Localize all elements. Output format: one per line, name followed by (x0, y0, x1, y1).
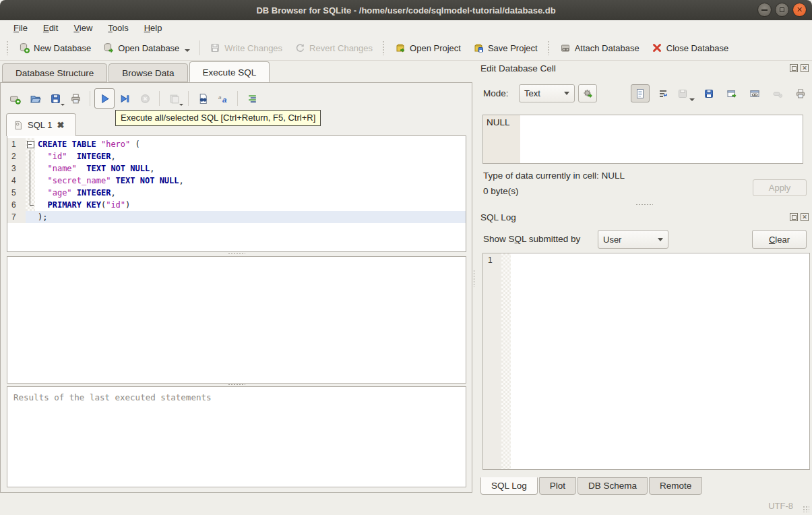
sql-log-view[interactable]: 1 (482, 253, 810, 470)
fold-marker-icon[interactable] (26, 138, 35, 150)
toolbar-drag-handle[interactable] (547, 40, 551, 55)
float-panel-icon[interactable] (790, 213, 798, 221)
minimize-icon[interactable] (757, 3, 772, 17)
edit-cell-title: Edit Database Cell (480, 63, 556, 73)
tab-db-schema[interactable]: DB Schema (577, 477, 648, 495)
save-results-icon (164, 88, 184, 109)
float-panel-icon[interactable] (790, 64, 798, 72)
set-null-icon (768, 84, 787, 102)
new-database-icon (19, 42, 30, 53)
open-database-dropdown-icon[interactable] (185, 49, 190, 52)
close-database-icon (652, 42, 662, 53)
tab-plot[interactable]: Plot (539, 477, 576, 495)
find-icon[interactable] (193, 88, 213, 109)
titlebar[interactable]: DB Browser for SQLite - /home/user/code/… (0, 0, 812, 20)
tab-sql-log[interactable]: SQL Log (480, 477, 538, 495)
sql-toolbar-separator (188, 91, 189, 106)
sql-editor[interactable]: 1CREATE TABLE "hero" (2 "id" INTEGER,3 "… (7, 135, 466, 252)
sql-log-content[interactable] (511, 253, 809, 469)
execute-sql-panel: aa SQL 1 ✖ Execute all/selected SQL [Ctr… (0, 82, 472, 493)
cell-value-area[interactable] (520, 115, 803, 163)
clear-log-button[interactable]: Clear (752, 230, 807, 249)
close-database-button[interactable]: Close Database (646, 39, 735, 57)
code-text: CREATE TABLE "hero" ( (35, 138, 466, 150)
execute-current-line-icon[interactable] (115, 88, 135, 109)
line-number: 7 (7, 211, 26, 223)
close-sql-tab-icon[interactable]: ✖ (57, 120, 64, 130)
toolbar-drag-handle[interactable] (382, 40, 385, 55)
open-project-label: Open Project (410, 43, 461, 53)
save-project-button[interactable]: Save Project (467, 39, 544, 57)
revert-changes-icon (294, 42, 305, 53)
format-sql-icon[interactable]: aa (213, 88, 233, 109)
open-database-label: Open Database (118, 43, 179, 53)
export-data-icon[interactable] (699, 84, 718, 102)
chevron-down-icon (564, 92, 569, 95)
results-message-pane[interactable]: Results of the last executed statements (7, 386, 466, 487)
tab-browse-data[interactable]: Browse Data (108, 63, 187, 82)
open-database-button[interactable]: Open Database (97, 39, 196, 57)
line-number: 5 (7, 187, 26, 199)
save-project-label: Save Project (488, 43, 538, 53)
fold-margin (26, 211, 35, 223)
code-line[interactable]: 2 "id" INTEGER, (7, 150, 466, 162)
attach-database-button[interactable]: Attach Database (554, 39, 646, 57)
resize-grip-icon[interactable] (803, 506, 809, 512)
print-icon[interactable] (65, 88, 86, 109)
cell-value-editor[interactable]: NULL (482, 115, 803, 164)
open-sql-file-icon[interactable] (25, 88, 45, 109)
auto-indent-icon[interactable] (242, 88, 262, 109)
code-line[interactable]: 1CREATE TABLE "hero" ( (7, 138, 466, 150)
import-dropdown-icon (689, 98, 695, 101)
code-line[interactable]: 5 "age" INTEGER, (7, 187, 466, 199)
sql-toolbar-separator (237, 91, 238, 106)
text-mode-icon[interactable] (631, 84, 650, 102)
new-sql-tab-icon[interactable] (5, 88, 25, 109)
code-line[interactable]: 4 "secret_name" TEXT NOT NULL, (7, 175, 466, 187)
mode-select[interactable]: Text (519, 84, 575, 102)
maximize-icon[interactable] (775, 3, 789, 17)
menu-tools[interactable]: Tools (101, 22, 135, 34)
save-sql-file-icon[interactable] (45, 88, 65, 109)
code-line[interactable]: 3 "name" TEXT NOT NULL, (7, 162, 466, 175)
app-window: { "titlebar": { "title": "DB Browser for… (0, 0, 812, 515)
menu-help[interactable]: Help (137, 22, 169, 34)
sql-document-tab[interactable]: SQL 1 ✖ (6, 113, 76, 136)
copy-link-icon[interactable] (745, 84, 764, 102)
word-wrap-icon[interactable] (654, 84, 673, 102)
statusbar: UTF-8 (0, 495, 812, 515)
close-icon[interactable]: ✕ (792, 3, 807, 17)
open-in-external-icon[interactable] (722, 84, 741, 102)
sql-editor-lines: 1CREATE TABLE "hero" (2 "id" INTEGER,3 "… (7, 138, 466, 223)
tab-database-structure[interactable]: Database Structure (2, 63, 107, 82)
revert-changes-label: Revert Changes (309, 43, 373, 53)
tab-execute-sql[interactable]: Execute SQL (189, 61, 270, 82)
code-line[interactable]: 6 PRIMARY KEY("id") (7, 199, 466, 211)
save-sql-dropdown-icon[interactable] (61, 104, 65, 106)
close-panel-icon[interactable]: ✕ (801, 213, 809, 221)
execute-sql-icon[interactable] (94, 88, 115, 109)
line-number: 4 (7, 175, 26, 187)
fold-margin (26, 175, 35, 187)
new-database-button[interactable]: New Database (13, 39, 97, 57)
right-panel-splitter[interactable] (476, 203, 812, 206)
editor-splitter[interactable] (1, 252, 472, 255)
sql-toolbar-separator (90, 91, 90, 106)
code-line[interactable]: 7); (7, 211, 466, 223)
code-text: "age" INTEGER, (35, 187, 466, 199)
close-panel-icon[interactable]: ✕ (801, 64, 809, 72)
print-cell-icon[interactable] (791, 84, 810, 102)
menu-edit[interactable]: Edit (36, 22, 65, 34)
tab-remote[interactable]: Remote (649, 477, 702, 495)
open-project-button[interactable]: Open Project (389, 39, 467, 57)
menu-file[interactable]: File (7, 22, 34, 34)
line-number: 1 (7, 138, 26, 150)
sql-log-filter-select[interactable]: User (598, 230, 668, 249)
sql-toolbar-separator (159, 91, 160, 106)
apply-format-icon[interactable] (578, 84, 597, 102)
results-grid-pane[interactable] (7, 256, 466, 384)
main-toolbar: New Database Open Database Write Changes… (0, 36, 812, 61)
menu-view[interactable]: View (67, 22, 99, 34)
toolbar-drag-handle[interactable] (6, 40, 9, 55)
window-title: DB Browser for SQLite - /home/user/code/… (256, 5, 555, 16)
